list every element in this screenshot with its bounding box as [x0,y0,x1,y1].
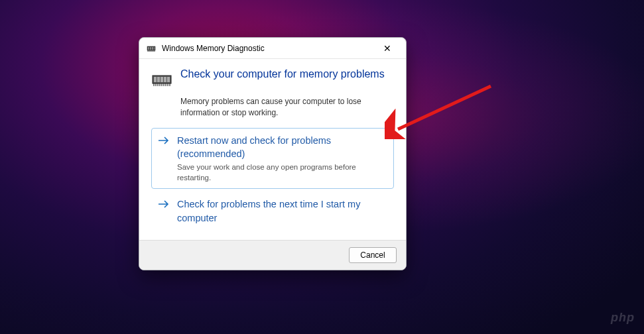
dialog-heading: Check your computer for memory problems [180,68,385,80]
svg-rect-12 [154,77,157,82]
option-desc: Save your work and close any open progra… [177,162,387,183]
dialog-body: Check your computer for memory problems … [139,59,406,240]
memory-diagnostic-dialog: Windows Memory Diagnostic ✕ [139,37,407,270]
memory-diagnostic-titlebar-icon [146,43,157,54]
close-button[interactable]: ✕ [373,39,402,58]
dialog-footer: Cancel [139,240,406,270]
option-restart-now[interactable]: Restart now and check for problems (reco… [151,128,394,190]
svg-line-26 [398,86,491,129]
svg-rect-2 [150,47,151,50]
memory-stick-icon [151,70,172,91]
svg-rect-1 [148,47,149,50]
svg-rect-3 [152,47,153,50]
svg-rect-13 [157,77,160,82]
option-title: Check for problems the next time I start… [177,197,387,225]
watermark: php [611,311,635,325]
svg-rect-4 [154,47,155,50]
titlebar: Windows Memory Diagnostic ✕ [139,38,406,59]
arrow-right-icon [157,134,170,184]
dialog-subtext: Memory problems can cause your computer … [180,96,394,119]
option-check-next-start[interactable]: Check for problems the next time I start… [151,192,394,231]
option-title: Restart now and check for problems (reco… [177,134,387,161]
svg-rect-14 [161,77,163,82]
close-icon: ✕ [383,44,391,53]
svg-rect-15 [164,77,166,82]
svg-rect-16 [167,77,170,82]
cancel-button[interactable]: Cancel [349,247,397,263]
window-title: Windows Memory Diagnostic [162,44,373,53]
arrow-right-icon [157,197,170,225]
